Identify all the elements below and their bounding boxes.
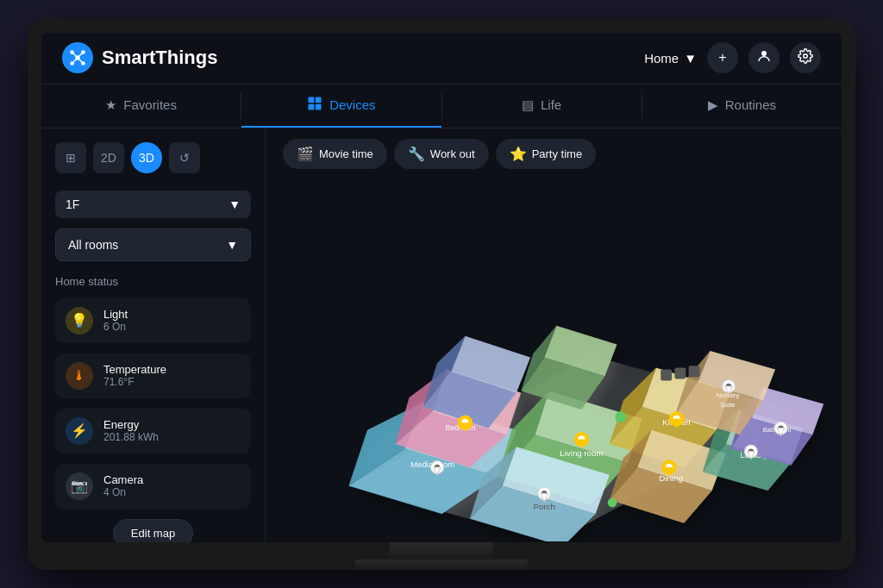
device-marker-1 [661, 369, 672, 380]
scene-workout-button[interactable]: 🔧 Work out [394, 139, 489, 169]
workout-icon: 🔧 [408, 146, 425, 162]
room-selector[interactable]: All rooms ▼ [55, 228, 251, 261]
activity-indicator-2 [608, 497, 617, 507]
sidebar: ⊞ 2D 3D ↺ 1F ▼ [41, 128, 266, 542]
temperature-text: Temperature 71.6°F [103, 363, 166, 388]
party-label: Party time [532, 147, 583, 160]
reset-icon: ↺ [179, 151, 190, 165]
reset-view-button[interactable]: ↺ [169, 142, 200, 173]
add-button[interactable]: + [707, 42, 738, 73]
app-logo-icon [62, 42, 93, 73]
floor-map: Media room Living room Bedroom [266, 179, 842, 542]
svg-rect-13 [309, 104, 315, 110]
profile-button[interactable] [748, 42, 780, 73]
2d-label: 2D [101, 151, 116, 165]
edit-map-button[interactable]: Edit map [113, 519, 193, 542]
temperature-icon: 🌡 [66, 362, 93, 390]
tv-stand-base [355, 560, 528, 570]
light-label: Light [103, 308, 128, 321]
status-light[interactable]: 💡 Light 6 On [55, 298, 251, 343]
floor-chevron-icon: ▼ [229, 197, 241, 211]
favorites-icon: ★ [105, 97, 116, 113]
status-camera[interactable]: 📷 Camera 4 On [55, 464, 251, 509]
room-chevron-icon: ▼ [226, 238, 238, 252]
tab-favorites[interactable]: ★ Favorites [41, 84, 241, 128]
svg-point-9 [761, 51, 767, 56]
main-content: ⊞ 2D 3D ↺ 1F ▼ [41, 128, 842, 542]
home-chevron-icon: ▼ [684, 51, 697, 66]
movie-icon: 🎬 [297, 146, 314, 162]
3d-label: 3D [139, 151, 154, 165]
grid-icon: ⊞ [66, 151, 76, 165]
svg-text:Dining: Dining [659, 473, 683, 483]
routines-icon: ▶ [708, 97, 718, 113]
floor-plan-svg: Media room Living room Bedroom [274, 188, 833, 541]
light-text: Light 6 On [103, 308, 128, 333]
svg-rect-14 [316, 104, 322, 110]
view-controls: ⊞ 2D 3D ↺ [55, 142, 251, 173]
devices-icon [307, 96, 323, 114]
scene-party-button[interactable]: ⭐ Party time [496, 139, 597, 169]
svg-rect-12 [316, 97, 322, 103]
light-icon: 💡 [66, 307, 93, 335]
camera-text: Camera 4 On [103, 473, 143, 498]
tab-favorites-label: Favorites [123, 97, 177, 112]
scene-movie-button[interactable]: 🎬 Movie time [283, 139, 387, 169]
svg-point-10 [804, 54, 808, 59]
energy-label: Energy [103, 418, 159, 431]
device-marker-2 [674, 367, 686, 378]
svg-line-7 [72, 58, 78, 63]
nav-tabs: ★ Favorites Devices ▤ Life [41, 84, 842, 128]
tv-screen: SmartThings Home ▼ + [41, 33, 842, 542]
tab-devices[interactable]: Devices [241, 84, 441, 128]
light-value: 6 On [103, 321, 128, 333]
energy-text: Energy 201.88 kWh [103, 418, 159, 443]
tab-life[interactable]: ▤ Life [442, 84, 642, 128]
activity-indicator-1 [615, 411, 626, 422]
2d-view-button[interactable]: 2D [93, 142, 124, 173]
temperature-value: 71.6°F [103, 376, 166, 388]
camera-value: 4 On [103, 486, 143, 498]
svg-line-8 [78, 58, 83, 63]
3d-view-button[interactable]: 3D [131, 142, 162, 173]
tv-frame: SmartThings Home ▼ + [28, 19, 855, 570]
energy-icon: ⚡ [66, 417, 93, 445]
party-icon: ⭐ [510, 146, 527, 162]
workout-label: Work out [430, 147, 475, 160]
svg-text:Living room: Living room [560, 448, 603, 458]
tab-routines-label: Routines [725, 97, 776, 112]
room-label: All rooms [68, 238, 118, 252]
svg-rect-11 [309, 97, 315, 103]
device-marker-3 [689, 366, 700, 377]
tab-routines[interactable]: ▶ Routines [642, 84, 842, 128]
svg-text:Suite: Suite [720, 400, 735, 408]
app-header: SmartThings Home ▼ + [41, 33, 842, 84]
gear-icon [798, 48, 813, 67]
tab-devices-label: Devices [329, 97, 375, 112]
temperature-label: Temperature [103, 363, 166, 376]
home-selector[interactable]: Home ▼ [644, 51, 697, 66]
add-icon: + [718, 50, 726, 66]
home-label: Home [644, 51, 679, 66]
energy-value: 201.88 kWh [103, 431, 159, 443]
floor-selector[interactable]: 1F ▼ [55, 191, 251, 218]
tv-stand-neck [390, 542, 493, 560]
svg-line-6 [78, 53, 83, 58]
camera-label: Camera [103, 473, 143, 486]
grid-view-button[interactable]: ⊞ [55, 142, 86, 173]
tab-life-label: Life [541, 97, 561, 112]
movie-label: Movie time [319, 147, 373, 160]
camera-icon: 📷 [66, 472, 93, 500]
header-actions: Home ▼ + [644, 42, 821, 73]
settings-button[interactable] [790, 42, 821, 73]
logo-area: SmartThings [62, 42, 644, 73]
floor-label: 1F [66, 197, 79, 211]
map-area: 🎬 Movie time 🔧 Work out ⭐ Party time [266, 128, 842, 542]
person-icon [756, 48, 772, 67]
status-temperature[interactable]: 🌡 Temperature 71.6°F [55, 353, 251, 398]
scene-bar: 🎬 Movie time 🔧 Work out ⭐ Party time [266, 128, 842, 179]
tv-stand [41, 542, 842, 570]
status-energy[interactable]: ⚡ Energy 201.88 kWh [55, 409, 251, 454]
svg-line-5 [72, 53, 78, 58]
app-name: SmartThings [102, 47, 217, 69]
